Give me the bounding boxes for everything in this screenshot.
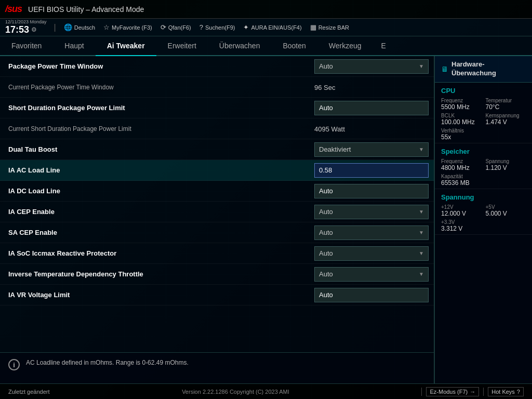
tab-booten[interactable]: Booten — [271, 36, 317, 56]
chevron-down-icon: ▼ — [419, 250, 424, 256]
hw-cpu-freq-value: 5500 MHz — [441, 103, 482, 111]
language-label: Deutsch — [74, 24, 95, 31]
hw-cpu-temp: Temperatur 70°C — [486, 98, 526, 111]
tab-uberwachen[interactable]: Überwachen — [208, 36, 272, 56]
label-dual-tau-boost: Dual Tau Boost — [0, 142, 309, 156]
label-ia-soc-iccmax: IA SoC Iccmax Reactive Protector — [0, 246, 309, 260]
search-button[interactable]: ? Suchen(F9) — [197, 22, 238, 32]
hw-volt-33v-value: 3.312 V — [441, 225, 526, 232]
footer-last-changed: Zuletzt geändert — [8, 389, 50, 395]
hw-cpu-vcore-value: 1.474 V — [486, 118, 526, 126]
hw-cpu-ratio: Verhältnis 55x — [441, 128, 526, 141]
value-package-power-time-window: Auto ▼ — [309, 59, 434, 74]
input-ia-ac-load-line[interactable]: 0.58 — [314, 163, 429, 178]
hw-mem-freq-value: 4800 MHz — [441, 164, 482, 171]
hw-volt-33v: +3.3V 3.312 V — [441, 219, 526, 232]
arrow-right-icon: → — [470, 389, 475, 395]
ez-mode-button[interactable]: Ez-Modus (F7) → — [426, 387, 479, 396]
chevron-down-icon: ▼ — [419, 230, 424, 235]
value-sa-cep-enable: Auto ▼ — [309, 225, 434, 240]
label-short-duration-package-power-limit: Short Duration Package Power Limit — [0, 101, 309, 115]
settings-icon[interactable]: ⚙ — [31, 26, 37, 33]
dropdown-package-power-time-window[interactable]: Auto ▼ — [314, 59, 429, 74]
hw-volt-12v-label: +12V — [441, 204, 482, 210]
dropdown-ia-soc-iccmax[interactable]: Auto ▼ — [314, 246, 429, 261]
resizebar-button[interactable]: ▦ Resize BAR — [308, 22, 352, 32]
hw-cpu-vcore-label: Kernspannung — [486, 113, 526, 118]
hw-volt-12v-value: 12.000 V — [441, 210, 482, 217]
hw-cpu-freq-label: Frequenz — [441, 98, 482, 103]
input-short-duration-package-power-limit[interactable]: Auto — [314, 101, 429, 115]
dropdown-inverse-temperature[interactable]: Auto ▼ — [314, 267, 429, 282]
label-inverse-temperature: Inverse Temperature Dependency Throttle — [0, 267, 309, 281]
hw-section-speicher: Speicher Frequenz 4800 MHz Spannung 1.12… — [435, 143, 532, 189]
qfan-icon: ⟳ — [161, 23, 166, 31]
chevron-down-icon: ▼ — [419, 147, 424, 152]
value-ia-dc-load-line: Auto — [309, 184, 434, 198]
info-bar: i AC Loadline defined in mOhms. Range is… — [0, 352, 434, 383]
hw-mem-cap-value: 65536 MB — [441, 179, 526, 187]
header-title: UEFI BIOS Utility – Advanced Mode — [28, 5, 144, 14]
dropdown-ia-cep-enable[interactable]: Auto ▼ — [314, 205, 429, 219]
hw-section-speicher-title: Speicher — [441, 148, 526, 155]
tab-ai-tweaker[interactable]: Ai Tweaker — [96, 36, 156, 56]
footer: Zuletzt geändert Version 2.22.1286 Copyr… — [0, 383, 532, 399]
value-inverse-temperature: Auto ▼ — [309, 267, 434, 282]
hw-section-cpu: CPU Frequenz 5500 MHz Temperatur 70°C BC… — [435, 83, 532, 143]
hot-keys-button[interactable]: Hot Keys ? — [488, 387, 524, 396]
tab-overflow[interactable]: E — [373, 36, 394, 55]
input-ia-vr-voltage-limit[interactable]: Auto — [314, 288, 429, 302]
tab-haupt[interactable]: Haupt — [53, 36, 95, 56]
resizebar-icon: ▦ — [310, 23, 316, 31]
hw-cpu-freq: Frequenz 5500 MHz — [441, 98, 482, 111]
last-changed-label: Zuletzt geändert — [8, 389, 50, 395]
row-ia-dc-load-line: IA DC Load Line Auto — [0, 181, 434, 202]
row-inverse-temperature: Inverse Temperature Dependency Throttle … — [0, 264, 434, 285]
row-ia-soc-iccmax: IA SoC Iccmax Reactive Protector Auto ▼ — [0, 243, 434, 264]
row-current-short-duration: Current Short Duration Package Power Lim… — [0, 118, 434, 139]
input-ia-dc-load-line[interactable]: Auto — [314, 184, 429, 198]
favorite-icon: ☆ — [103, 23, 110, 31]
dropdown-dual-tau-boost[interactable]: Deaktiviert ▼ — [314, 142, 429, 157]
hw-panel-title: Hardware-Überwachung — [451, 60, 526, 78]
language-icon: 🌐 — [64, 23, 72, 31]
asus-logo: /sus — [5, 4, 22, 15]
label-sa-cep-enable: SA CEP Enable — [0, 225, 309, 240]
row-current-package-power-time-window: Current Package Power Time Window 96 Sec — [0, 77, 434, 98]
tab-favoriten[interactable]: Favoriten — [0, 36, 53, 56]
tab-erweitert[interactable]: Erweitert — [156, 36, 208, 56]
search-label: Suchen(F9) — [205, 24, 235, 31]
qfan-label: Qfan(F6) — [168, 24, 191, 31]
hw-spannung-grid: +12V 12.000 V +5V 5.000 V +3.3V 3.312 V — [441, 204, 526, 232]
label-ia-vr-voltage-limit: IA VR Voltage Limit — [0, 288, 309, 302]
hw-cpu-vcore: Kernspannung 1.474 V — [486, 113, 526, 126]
dropdown-value: Auto — [319, 229, 333, 236]
myfavorite-label: MyFavorite (F3) — [112, 24, 152, 31]
hw-cpu-bclk-value: 100.00 MHz — [441, 118, 482, 126]
myfavorite-button[interactable]: ☆ MyFavorite (F3) — [101, 22, 155, 32]
hw-section-spannung: Spannung +12V 12.000 V +5V 5.000 V +3.3V… — [435, 189, 532, 235]
qfan-button[interactable]: ⟳ Qfan(F6) — [158, 22, 194, 32]
text-current-package-power-time-window: 96 Sec — [314, 84, 335, 91]
dropdown-value: Auto — [319, 62, 333, 70]
info-icon: i — [8, 359, 20, 370]
hot-keys-label: Hot Keys — [491, 389, 515, 395]
chevron-down-icon: ▼ — [419, 271, 424, 277]
label-ia-dc-load-line: IA DC Load Line — [0, 184, 309, 198]
aura-button[interactable]: ✦ AURA EIN/AUS(F4) — [241, 22, 304, 32]
hw-cpu-bclk-label: BCLK — [441, 113, 482, 118]
hw-mem-freq: Frequenz 4800 MHz — [441, 158, 482, 171]
tab-werkzeug[interactable]: Werkzeug — [317, 36, 373, 56]
row-short-duration-package-power-limit: Short Duration Package Power Limit Auto — [0, 98, 434, 118]
hw-mem-volt: Spannung 1.120 V — [486, 158, 526, 171]
row-ia-vr-voltage-limit: IA VR Voltage Limit Auto — [0, 285, 434, 305]
dropdown-sa-cep-enable[interactable]: Auto ▼ — [314, 225, 429, 240]
value-current-short-duration: 4095 Watt — [309, 124, 434, 134]
language-button[interactable]: 🌐 Deutsch — [61, 22, 98, 32]
hw-volt-5v-label: +5V — [486, 204, 526, 210]
row-ia-ac-load-line: IA AC Load Line 0.58 — [0, 160, 434, 181]
hw-mem-volt-label: Spannung — [486, 158, 526, 164]
dropdown-value: Deaktiviert — [319, 145, 351, 153]
value-short-duration-package-power-limit: Auto — [309, 101, 434, 115]
hw-cpu-temp-value: 70°C — [486, 103, 526, 111]
